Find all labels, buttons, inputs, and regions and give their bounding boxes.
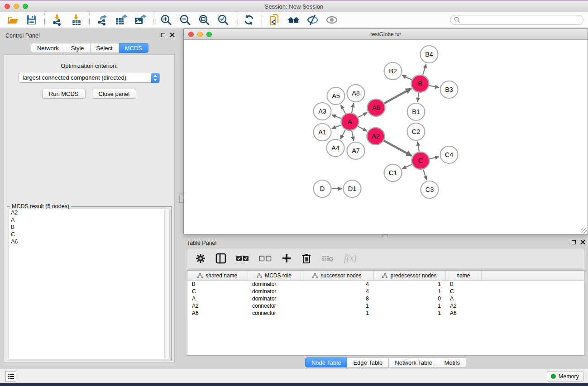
graph-edge-A-A8[interactable] (352, 103, 354, 113)
export-table-icon[interactable] (115, 14, 128, 26)
graph-node-B2[interactable]: B2 (384, 62, 402, 80)
network-canvas[interactable]: B4B2BB3A5A8A6B1A3AC2A1A2A4A7C4CC1C3DD1 (184, 40, 588, 234)
hide-selected-icon[interactable] (306, 14, 319, 26)
export-network-icon[interactable] (96, 14, 109, 26)
graph-edge-A-A4[interactable] (340, 130, 345, 139)
table-header-row[interactable]: shared nameMCDS rolesuccessor nodesprede… (187, 271, 584, 281)
graph-edge-C-C3[interactable] (423, 170, 426, 180)
graph-node-A6[interactable]: A6 (368, 99, 385, 116)
graph-edge-A-A2[interactable] (358, 126, 367, 131)
graph-edge-C-C4[interactable] (430, 157, 439, 159)
select-all-icon[interactable] (236, 253, 249, 264)
float-panel-icon[interactable] (572, 240, 576, 244)
graph-edge-A6-B[interactable] (384, 89, 411, 103)
graph-edge-B-B2[interactable] (402, 76, 411, 80)
new-network-from-selection-icon[interactable] (268, 14, 281, 26)
graph-node-A8[interactable]: A8 (347, 85, 365, 102)
table-row[interactable]: A2connector11A2 (187, 302, 584, 310)
graph-node-A5[interactable]: A5 (327, 87, 345, 105)
memory-button[interactable]: Memory (547, 371, 584, 381)
float-panel-icon[interactable] (161, 33, 165, 37)
tab-select[interactable]: Select (91, 43, 119, 53)
settings-gear-icon[interactable] (196, 253, 206, 264)
tab-style[interactable]: Style (65, 43, 91, 53)
mcds-result-item[interactable]: A (9, 216, 169, 224)
export-image-icon[interactable] (134, 14, 147, 26)
graph-edge-C-C1[interactable] (402, 164, 412, 169)
close-panel-icon[interactable] (580, 240, 585, 245)
delete-column-icon[interactable] (301, 253, 311, 264)
graph-node-A1[interactable]: A1 (314, 124, 331, 141)
mcds-result-item[interactable]: A6 (9, 238, 169, 245)
run-mcds-button[interactable]: Run MCDS (42, 89, 86, 99)
graph-node-A[interactable]: A (341, 113, 359, 130)
open-session-icon[interactable] (6, 14, 19, 26)
graph-edge-A2-C[interactable] (384, 141, 411, 156)
import-network-icon[interactable] (51, 14, 64, 26)
mcds-result-item[interactable]: C (9, 231, 169, 238)
graph-edge-A-A7[interactable] (352, 131, 354, 141)
add-column-icon[interactable] (282, 253, 292, 264)
table-row[interactable]: A6connector11A6 (187, 310, 584, 317)
graph-edge-A-A1[interactable] (332, 125, 341, 129)
graph-node-D1[interactable]: D1 (344, 180, 361, 197)
search-input[interactable] (461, 16, 583, 24)
close-panel-button[interactable]: Close panel (92, 89, 137, 99)
zoom-in-icon[interactable] (160, 14, 172, 26)
show-all-eye-icon[interactable] (325, 14, 338, 26)
table-row[interactable]: Cdominator41C (187, 288, 584, 295)
graph-edge-C-C2[interactable] (417, 142, 419, 152)
graph-edge-B-B1[interactable] (417, 93, 419, 101)
network-window-titlebar[interactable]: testGlobe.txt (184, 29, 588, 40)
table-row[interactable]: Bdominator41B (187, 281, 584, 288)
zoom-out-icon[interactable] (179, 14, 191, 26)
graph-node-C1[interactable]: C1 (384, 164, 402, 181)
import-table-icon[interactable] (70, 14, 83, 26)
graph-edge-B-B3[interactable] (429, 86, 439, 87)
column-header[interactable]: shared name (187, 271, 248, 281)
tab-node-table[interactable]: Node Table (305, 357, 348, 367)
graph-node-B1[interactable]: B1 (407, 103, 425, 120)
tab-network-table[interactable]: Network Table (389, 357, 438, 367)
scrollbar-track[interactable] (164, 209, 169, 359)
show-column-icon[interactable] (215, 253, 226, 264)
graph-node-C[interactable]: C (412, 152, 430, 169)
graph-node-C3[interactable]: C3 (421, 181, 439, 198)
graph-edge-A-A5[interactable] (341, 105, 345, 114)
vertical-split-handle[interactable] (179, 195, 183, 203)
graph-node-C2[interactable]: C2 (407, 123, 425, 140)
zoom-selected-icon[interactable] (217, 14, 229, 26)
table-row[interactable]: Adominator80A (187, 295, 584, 302)
graph-node-A7[interactable]: A7 (347, 142, 365, 159)
deselect-all-icon[interactable] (259, 253, 272, 264)
save-session-icon[interactable] (25, 14, 38, 26)
mcds-result-item[interactable]: B (9, 224, 169, 231)
column-header[interactable]: MCDS role (248, 271, 301, 281)
graph-node-B3[interactable]: B3 (440, 81, 458, 98)
criterion-dropdown[interactable]: largest connected component (directed) (19, 73, 160, 83)
column-header[interactable]: successor nodes (301, 271, 373, 281)
graph-edge-A-A6[interactable] (358, 113, 367, 118)
graph-node-A4[interactable]: A4 (327, 139, 344, 157)
close-panel-icon[interactable] (170, 33, 175, 38)
graph-node-A3[interactable]: A3 (314, 103, 331, 120)
node-table[interactable]: shared nameMCDS rolesuccessor nodesprede… (187, 270, 584, 356)
graph-node-D[interactable]: D (314, 180, 331, 197)
tab-motifs[interactable]: Motifs (438, 357, 466, 367)
delete-table-icon[interactable] (321, 253, 334, 264)
graph-node-C4[interactable]: C4 (440, 146, 458, 163)
graph-node-B[interactable]: B (411, 75, 429, 92)
graph-node-A2[interactable]: A2 (367, 128, 385, 145)
zoom-fit-icon[interactable] (198, 14, 210, 26)
first-neighbors-icon[interactable] (287, 14, 300, 26)
column-header[interactable]: name (445, 271, 481, 281)
mcds-result-item[interactable]: A2 (9, 209, 169, 216)
refresh-icon[interactable] (243, 14, 255, 26)
graph-edge-B-B4[interactable] (423, 64, 426, 75)
column-header[interactable]: predecessor nodes (373, 271, 445, 281)
search-field[interactable] (450, 15, 583, 25)
window-resize-grip[interactable] (581, 228, 587, 234)
graph-node-B4[interactable]: B4 (421, 46, 438, 63)
tab-mcds[interactable]: MCDS (119, 43, 148, 53)
tab-network[interactable]: Network (31, 43, 65, 53)
